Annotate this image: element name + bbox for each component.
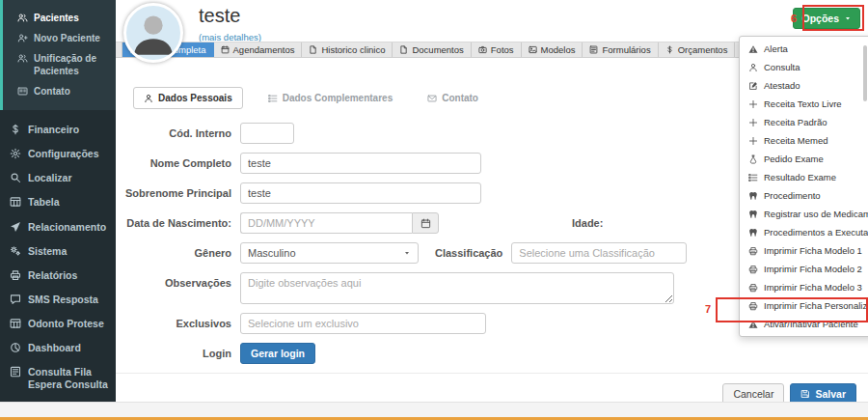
caret-down-icon <box>403 249 411 257</box>
user-plus-icon <box>17 33 28 43</box>
menu-item-imprimir-ficha-modelo-3[interactable]: Imprimir Ficha Modelo 3 <box>740 278 868 296</box>
menu-item-atestado[interactable]: Atestado <box>740 76 868 95</box>
table-icon <box>10 196 21 208</box>
menu-item-pedido-exame[interactable]: Pedido Exame <box>740 150 868 168</box>
subtab-label: Contato <box>442 93 478 103</box>
menu-item-registrar-uso-medicamento[interactable]: Registrar uso de Medicamento/Item <box>740 205 868 223</box>
menu-item-receita-memed[interactable]: Receita Memed <box>740 131 868 150</box>
list-icon <box>268 94 278 103</box>
patient-name: teste <box>199 5 868 27</box>
sidebar-nav: Financeiro Configurações Localizar Tabel… <box>0 118 116 420</box>
tab-fotos[interactable]: Fotos <box>472 42 522 57</box>
menu-item-alerta[interactable]: Alerta <box>740 40 868 58</box>
dollar-icon <box>10 124 21 135</box>
menu-item-ativar-inativar-paciente[interactable]: Ativar/Inativar Paciente <box>740 315 868 333</box>
gerar-login-label: Gerar login <box>251 348 305 359</box>
sidebar-item-label: Contato <box>34 85 70 98</box>
form-divider <box>116 373 868 374</box>
menu-item-receita-texto-livre[interactable]: Receita Texto Livre <box>740 95 868 113</box>
tooth-icon <box>748 228 758 238</box>
subtab-label: Dados Complementares <box>283 93 393 103</box>
exclusivos-label: Exclusivos <box>116 313 231 334</box>
calendar-icon <box>420 218 431 229</box>
menu-item-imprimir-ficha-modelo-1[interactable]: Imprimir Ficha Modelo 1 <box>740 241 868 260</box>
menu-item-receita-padrao[interactable]: Receita Padrão <box>740 113 868 131</box>
sidebar-item-relatorios[interactable]: Relatórios <box>0 264 116 288</box>
data-nascimento-label: Data de Nascimento: <box>116 212 231 234</box>
sidebar-item-novo-paciente[interactable]: Novo Paciente <box>3 28 116 48</box>
menu-item-label: Imprimir Ficha Modelo 3 <box>764 282 862 293</box>
footer-strip <box>0 402 868 420</box>
subtab-dados-complementares[interactable]: Dados Complementares <box>258 88 402 108</box>
menu-item-label: Alerta <box>764 43 788 54</box>
subtab-dados-pessoais[interactable]: Dados Pessoais <box>133 87 243 109</box>
scrollbar-thumb[interactable] <box>863 45 867 101</box>
file-icon <box>399 45 408 54</box>
sidebar-item-tabela[interactable]: Tabela <box>0 190 116 214</box>
sidebar-item-sms-resposta[interactable]: SMS Resposta <box>0 288 116 312</box>
edit-icon <box>748 81 758 91</box>
menu-item-resultado-exame[interactable]: Resultado Exame <box>740 168 868 186</box>
caret-down-icon <box>844 14 852 22</box>
sidebar: Pacientes Novo Paciente Unificação de Pa… <box>0 0 116 402</box>
sidebar-item-label: Relatórios <box>28 269 77 282</box>
menu-item-label: Registrar uso de Medicamento/Item <box>764 209 868 219</box>
options-button[interactable]: Opções <box>793 8 860 29</box>
cod-interno-input[interactable] <box>240 123 294 144</box>
sidebar-item-label: Financeiro <box>28 124 79 136</box>
genero-select[interactable]: Masculino <box>240 242 419 264</box>
tab-agendamentos[interactable]: Agendamentos <box>214 42 303 57</box>
options-dropdown-menu: Alerta Consulta Atestado Receita Texto L… <box>739 36 868 337</box>
sidebar-item-configuracoes[interactable]: Configurações <box>0 142 116 166</box>
menu-item-imprimir-ficha-modelo-2[interactable]: Imprimir Ficha Modelo 2 <box>740 260 868 278</box>
menu-item-label: Imprimir Ficha Modelo 1 <box>764 245 862 256</box>
sidebar-item-pacientes[interactable]: Pacientes <box>3 8 116 28</box>
tab-formularios[interactable]: Formulários <box>583 42 658 57</box>
menu-item-label: Receita Texto Livre <box>764 98 842 109</box>
observacoes-textarea[interactable] <box>240 272 674 304</box>
sidebar-item-label: Sistema <box>28 245 67 258</box>
sidebar-item-contato[interactable]: Contato <box>3 81 116 101</box>
printer-icon <box>10 269 21 281</box>
sidebar-item-localizar[interactable]: Localizar <box>0 166 116 190</box>
avatar <box>123 3 183 63</box>
menu-item-procedimento[interactable]: Procedimento <box>740 186 868 205</box>
menu-item-label: Atestado <box>764 80 800 91</box>
idade-label: Idade: <box>572 212 603 234</box>
classificacao-label: Classificação <box>435 242 502 264</box>
tab-label: Orçamentos <box>678 44 728 55</box>
plus-icon <box>748 118 758 127</box>
file-icon <box>309 45 317 54</box>
menu-item-procedimentos-a-executar[interactable]: Procedimentos a Executar <box>740 223 868 241</box>
sidebar-item-dashboard[interactable]: Dashboard <box>0 336 116 360</box>
sidebar-item-consulta-fila-espera[interactable]: Consulta Fila Espera Consulta <box>0 360 116 397</box>
contact-card-icon <box>17 86 28 97</box>
gerar-login-button[interactable]: Gerar login <box>240 343 315 364</box>
exclusivos-input[interactable] <box>240 313 486 334</box>
subtab-contato[interactable]: Contato <box>418 88 488 108</box>
tab-modelos[interactable]: Modelos <box>522 42 583 57</box>
sidebar-item-label: Dashboard <box>28 342 81 354</box>
tab-orcamentos[interactable]: Orçamentos <box>659 42 736 57</box>
menu-item-consulta[interactable]: Consulta <box>740 58 868 76</box>
sidebar-item-odonto-protese[interactable]: Odonto Protese <box>0 312 116 336</box>
sobrenome-input[interactable] <box>240 182 481 204</box>
list-icon <box>748 173 758 182</box>
image-icon <box>529 45 537 54</box>
data-nascimento-input[interactable] <box>240 212 412 234</box>
nome-completo-input[interactable] <box>240 153 481 174</box>
sidebar-item-label: Pacientes <box>34 12 79 24</box>
menu-item-imprimir-ficha-personalizada[interactable]: Imprimir Ficha Personalizada <box>740 296 868 315</box>
tab-historico-clinico[interactable]: Historico clinico <box>302 42 393 57</box>
annotation-step-6: 6 <box>791 13 797 24</box>
calendar-button[interactable] <box>412 212 439 234</box>
sidebar-item-unificacao-de-pacientes[interactable]: Unificação de Pacientes <box>3 48 116 81</box>
sidebar-item-relacionamento[interactable]: Relacionamento <box>0 215 116 239</box>
search-icon <box>10 172 21 183</box>
sidebar-item-sistema[interactable]: Sistema <box>0 239 116 264</box>
tab-documentos[interactable]: Documentos <box>393 42 471 57</box>
form-icon <box>10 366 21 378</box>
sidebar-item-financeiro[interactable]: Financeiro <box>0 118 116 142</box>
sidebar-item-label: Relacionamento <box>28 221 106 234</box>
classificacao-input[interactable] <box>511 242 687 264</box>
